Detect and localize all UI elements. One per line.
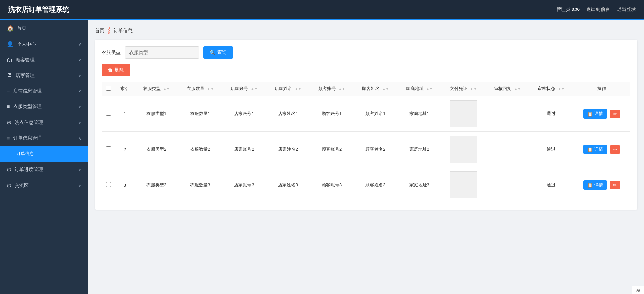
sidebar-item-home[interactable]: 🏠 首页 (0, 20, 88, 36)
search-input[interactable] (125, 46, 199, 59)
sort-icon-clothing-type[interactable]: ▲▼ (163, 87, 170, 91)
sidebar-item-label-home: 首页 (17, 25, 26, 31)
cell-index: 2 (115, 132, 135, 167)
delete-button[interactable]: 🗑 删除 (102, 64, 130, 76)
sort-icon-shop-name[interactable]: ▲▼ (295, 87, 301, 91)
order-mgmt-icon: ≡ (7, 135, 10, 141)
trash-icon: 🗑 (108, 67, 113, 73)
sort-icon-home-address[interactable]: ▲▼ (426, 87, 433, 91)
cell-review-reply (485, 96, 529, 132)
payment-image (450, 136, 477, 163)
th-payment: 支付凭证 ▲▼ (441, 82, 485, 96)
exit-login-button[interactable]: 退出登录 (617, 6, 636, 13)
sidebar-item-order-progress[interactable]: ⊙ 订单进度管理 ∨ (0, 162, 88, 177)
th-clothing-qty: 衣服数量 ▲▼ (178, 82, 222, 96)
th-index: 索引 (115, 82, 135, 96)
edit-button[interactable]: ✏ (610, 145, 620, 154)
sort-icon-customer-account[interactable]: ▲▼ (339, 87, 345, 91)
detail-button[interactable]: 📋 详情 (583, 145, 607, 154)
cell-customer-account: 顾客账号2 (310, 132, 354, 167)
watermark-text: Ai (636, 288, 640, 293)
edit-button[interactable]: ✏ (610, 110, 620, 118)
sort-icon-customer-name[interactable]: ▲▼ (382, 87, 389, 91)
cell-review-status: 通过 (529, 167, 573, 203)
chevron-up-icon-order: ∧ (78, 136, 81, 141)
store-icon: ≡ (7, 88, 10, 94)
search-button[interactable]: 🔍 查询 (203, 46, 233, 59)
sidebar-item-clothing-type[interactable]: ≡ 衣服类型管理 ∨ (0, 99, 88, 114)
exit-front-button[interactable]: 退出到前台 (586, 6, 610, 13)
content-card: 衣服类型 🔍 查询 🗑 删除 (95, 40, 637, 210)
sidebar-item-personal[interactable]: 👤 个人中心 ∨ (0, 36, 88, 52)
exchange-icon: ⊙ (7, 182, 11, 189)
cell-shop-name: 店家姓名1 (266, 96, 310, 132)
row-checkbox[interactable] (106, 182, 111, 187)
chevron-down-icon-store: ∨ (78, 89, 81, 93)
detail-button[interactable]: 📋 详情 (583, 109, 607, 119)
th-review-status: 审核状态 ▲▼ (529, 82, 573, 96)
cell-payment (441, 96, 485, 132)
laundry-icon: ⊕ (7, 119, 11, 126)
search-bar: 衣服类型 🔍 查询 (102, 46, 630, 59)
th-review-reply: 审核回复 ▲▼ (485, 82, 529, 96)
sidebar-item-laundry[interactable]: ⊕ 洗衣信息管理 ∨ (0, 114, 88, 130)
sidebar-item-label-personal: 个人中心 (17, 41, 36, 47)
sidebar-item-shop[interactable]: 🖥 店家管理 ∨ (0, 68, 88, 83)
app-title: 洗衣店订单管理系统 (8, 5, 69, 14)
cell-home-address: 家庭地址1 (398, 96, 441, 132)
cell-shop-account: 店家账号3 (222, 167, 266, 203)
row-checkbox-cell (102, 132, 115, 167)
cell-shop-name: 店家姓名2 (266, 132, 310, 167)
cell-home-address: 家庭地址2 (398, 132, 441, 167)
accent-bar (0, 19, 644, 20)
cell-customer-account: 顾客账号3 (310, 167, 354, 203)
row-checkbox-cell (102, 96, 115, 132)
table-header-row: 索引 衣服类型 ▲▼ 衣服数量 ▲▼ 店家账号 ▲▼ (102, 82, 630, 96)
breadcrumb-current: 订单信息 (114, 28, 133, 34)
cell-clothing-type: 衣服类型2 (135, 132, 178, 167)
breadcrumb-home[interactable]: 首页 (95, 28, 104, 34)
cell-review-status: 通过 (529, 132, 573, 167)
th-checkbox (102, 82, 115, 96)
edit-icon: ✏ (613, 147, 617, 152)
select-all-checkbox[interactable] (106, 86, 111, 91)
layout: 🏠 首页 👤 个人中心 ∨ 🗂 顾客管理 ∨ 🖥 店家管理 (0, 20, 644, 294)
sidebar-item-order-info[interactable]: 订单信息 (0, 146, 88, 162)
chevron-down-icon-shop: ∨ (78, 73, 81, 78)
sidebar-item-store-info[interactable]: ≡ 店铺信息管理 ∨ (0, 83, 88, 99)
sort-icon-review-status[interactable]: ▲▼ (558, 87, 565, 91)
th-customer-name: 顾客姓名 ▲▼ (354, 82, 397, 96)
sidebar-item-order-mgmt[interactable]: ≡ 订单信息管理 ∧ (0, 130, 88, 146)
edit-icon: ✏ (613, 183, 617, 188)
sidebar-item-customer[interactable]: 🗂 顾客管理 ∨ (0, 52, 88, 68)
cell-review-status: 通过 (529, 96, 573, 132)
detail-icon: 📋 (587, 147, 593, 152)
sort-icon-clothing-qty[interactable]: ▲▼ (207, 87, 214, 91)
cell-clothing-type: 衣服类型1 (135, 96, 178, 132)
sidebar: 🏠 首页 👤 个人中心 ∨ 🗂 顾客管理 ∨ 🖥 店家管理 (0, 20, 88, 294)
sort-icon-shop-account[interactable]: ▲▼ (251, 87, 258, 91)
th-shop-name: 店家姓名 ▲▼ (266, 82, 310, 96)
chevron-down-icon-customer: ∨ (78, 58, 81, 62)
row-checkbox[interactable] (106, 111, 111, 116)
sort-icon-payment[interactable]: ▲▼ (470, 87, 477, 91)
detail-button[interactable]: 📋 详情 (583, 180, 607, 190)
cell-review-reply (485, 132, 529, 167)
customer-icon: 🗂 (7, 57, 12, 63)
sort-icon-review-reply[interactable]: ▲▼ (514, 87, 521, 91)
cell-clothing-qty: 衣服数量2 (178, 132, 222, 167)
main-content: 首页 𝄞 订单信息 衣服类型 🔍 查询 🗑 删除 (88, 20, 644, 294)
search-icon: 🔍 (209, 50, 215, 55)
sidebar-item-label-shop: 店家管理 (16, 72, 35, 79)
cell-home-address: 家庭地址3 (398, 167, 441, 203)
table-row: 1 衣服类型1 衣服数量1 店家账号1 店家姓名1 顾客账号1 顾客姓名1 家庭… (102, 96, 630, 132)
row-checkbox[interactable] (106, 146, 111, 151)
edit-button[interactable]: ✏ (610, 181, 620, 189)
table-row: 2 衣服类型2 衣服数量2 店家账号2 店家姓名2 顾客账号2 顾客姓名2 家庭… (102, 132, 630, 167)
cell-customer-name: 顾客姓名1 (354, 96, 397, 132)
cell-index: 3 (115, 167, 135, 203)
sidebar-item-exchange[interactable]: ⊙ 交流区 ∨ (0, 177, 88, 193)
order-progress-icon: ⊙ (7, 166, 11, 173)
breadcrumb-separator: 𝄞 (107, 27, 111, 34)
cell-actions: 📋 详情 ✏ (573, 132, 631, 167)
